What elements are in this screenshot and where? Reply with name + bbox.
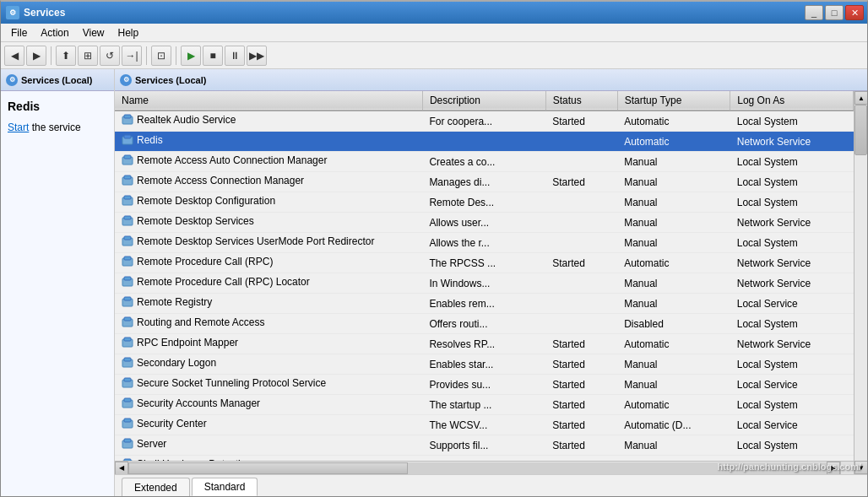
table-row[interactable]: Remote Access Auto Connection ManagerCre… [115, 152, 854, 172]
cell-logon: Local Service [730, 415, 854, 435]
cell-status [545, 132, 617, 152]
back-button[interactable]: ◀ [4, 46, 24, 66]
cell-status: Started [545, 395, 617, 415]
selected-service-name: Redis [8, 100, 107, 113]
scroll-up-button[interactable]: ▲ [854, 91, 867, 105]
cell-description: Resolves RP... [422, 334, 545, 354]
table-row[interactable]: Shell Hardware DetectionProvides no...St… [115, 456, 854, 462]
table-row[interactable]: Routing and Remote AccessOffers routi...… [115, 314, 854, 334]
table-row[interactable]: Remote Procedure Call (RPC)The RPCSS ...… [115, 253, 854, 273]
svg-rect-7 [124, 176, 131, 179]
cell-startup: Manual [617, 233, 730, 253]
cell-description: Provides no... [422, 456, 545, 462]
export-button[interactable]: →| [122, 46, 142, 66]
close-button[interactable]: ✕ [845, 5, 864, 20]
cell-logon: Local Service [730, 375, 854, 395]
cell-status [545, 273, 617, 294]
cell-description: Offers routi... [422, 314, 545, 334]
tab-extended[interactable]: Extended [122, 478, 190, 496]
svg-rect-19 [124, 297, 131, 300]
menu-file[interactable]: File [4, 25, 34, 41]
menu-help[interactable]: Help [111, 25, 146, 41]
show-hide-button[interactable]: ⊞ [78, 46, 98, 66]
table-row[interactable]: Remote Procedure Call (RPC) LocatorIn Wi… [115, 273, 854, 294]
start-service-button[interactable]: ▶ [181, 46, 201, 66]
cell-status [545, 294, 617, 314]
cell-description: The RPCSS ... [422, 253, 545, 273]
restart-service-button[interactable]: ▶▶ [247, 46, 267, 66]
cell-logon: Local System [730, 233, 854, 253]
cell-status: Started [545, 172, 617, 192]
cell-name: Secure Socket Tunneling Protocol Service [115, 375, 422, 395]
pause-service-button[interactable]: ⏸ [225, 46, 245, 66]
cell-status: Started [545, 435, 617, 456]
col-description[interactable]: Description [422, 91, 545, 111]
tab-standard[interactable]: Standard [192, 478, 258, 496]
svg-rect-35 [124, 459, 131, 461]
right-panel-title: Services (Local) [135, 75, 206, 85]
menu-action[interactable]: Action [34, 25, 75, 41]
scroll-left-button[interactable]: ◀ [115, 462, 128, 475]
forward-button[interactable]: ▶ [26, 46, 46, 66]
table-row[interactable]: Remote Access Connection ManagerManages … [115, 172, 854, 192]
cell-name: Security Accounts Manager [115, 395, 422, 415]
new-window-button[interactable]: ⊡ [151, 46, 171, 66]
col-status[interactable]: Status [545, 91, 617, 111]
right-panel-icon: ⚙ [120, 74, 132, 86]
svg-rect-5 [124, 155, 131, 159]
svg-rect-9 [124, 196, 131, 199]
vertical-scrollbar[interactable]: ▲ ▼ [854, 91, 867, 474]
table-row[interactable]: Remote Desktop ConfigurationRemote Des..… [115, 192, 854, 213]
start-service-link[interactable]: Start [8, 122, 29, 133]
table-row[interactable]: Security CenterThe WCSV...StartedAutomat… [115, 415, 854, 435]
cell-name: Remote Desktop Services UserMode Port Re… [115, 233, 422, 253]
cell-description [422, 132, 545, 152]
cell-description: In Windows... [422, 273, 545, 294]
stop-service-button[interactable]: ■ [203, 46, 223, 66]
col-startup[interactable]: Startup Type [617, 91, 730, 111]
cell-description: The WCSV... [422, 415, 545, 435]
svg-rect-11 [124, 216, 131, 219]
services-window: ⚙ Services _ □ ✕ File Action View Help ◀… [0, 0, 868, 497]
cell-status: Started [545, 334, 617, 354]
scroll-down-button[interactable]: ▼ [854, 461, 867, 474]
table-row[interactable]: ServerSupports fil...StartedManualLocal … [115, 435, 854, 456]
table-row[interactable]: Remote Desktop ServicesAllows user...Man… [115, 213, 854, 233]
scroll-right-button[interactable]: ▶ [827, 462, 840, 475]
table-row[interactable]: RedisAutomaticNetwork Service [115, 132, 854, 152]
up-button[interactable]: ⬆ [56, 46, 76, 66]
svg-rect-13 [124, 236, 131, 240]
scroll-thumb[interactable] [854, 105, 867, 155]
table-row[interactable]: Realtek Audio ServiceFor coopera...Start… [115, 111, 854, 132]
table-row[interactable]: RPC Endpoint MapperResolves RP...Started… [115, 334, 854, 354]
table-row[interactable]: Remote RegistryEnables rem...ManualLocal… [115, 294, 854, 314]
svg-rect-15 [124, 257, 131, 260]
svg-rect-3 [124, 135, 131, 138]
cell-name: Security Center [115, 415, 422, 435]
cell-description: Remote Des... [422, 192, 545, 213]
service-action-suffix: the service [29, 122, 80, 133]
table-row[interactable]: Remote Desktop Services UserMode Port Re… [115, 233, 854, 253]
cell-name: Secondary Logon [115, 354, 422, 375]
cell-name: Shell Hardware Detection [115, 456, 422, 462]
col-name[interactable]: Name [115, 91, 422, 111]
service-action-text: Start the service [8, 122, 107, 133]
refresh-button[interactable]: ↺ [100, 46, 120, 66]
cell-startup: Manual [617, 192, 730, 213]
col-logon[interactable]: Log On As [730, 91, 854, 111]
table-row[interactable]: Security Accounts ManagerThe startup ...… [115, 395, 854, 415]
menu-view[interactable]: View [76, 25, 111, 41]
table-row[interactable]: Secure Socket Tunneling Protocol Service… [115, 375, 854, 395]
scroll-track[interactable] [854, 105, 867, 461]
horizontal-scrollbar[interactable]: ◀ ▶ [115, 461, 854, 474]
cell-name: Remote Registry [115, 294, 422, 314]
cell-name: Realtek Audio Service [115, 111, 422, 132]
maximize-button[interactable]: □ [825, 5, 844, 20]
minimize-button[interactable]: _ [805, 5, 823, 20]
cell-startup: Automatic [617, 132, 730, 152]
cell-startup: Disabled [617, 314, 730, 334]
right-panel-header: ⚙ Services (Local) [115, 69, 867, 91]
cell-startup: Automatic [617, 334, 730, 354]
cell-description: Manages di... [422, 172, 545, 192]
table-row[interactable]: Secondary LogonEnables star...StartedMan… [115, 354, 854, 375]
